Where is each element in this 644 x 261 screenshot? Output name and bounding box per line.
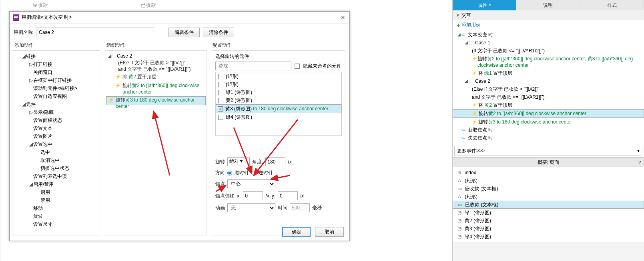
widget-check-item[interactable]: ✓黄3 (饼形图) to 180 deg clockwise anchor ce… [216,104,341,113]
ok-button[interactable]: 确定 [282,227,311,237]
outline-item[interactable]: 🗎index [453,169,644,177]
animate-select[interactable]: 无 [227,203,275,212]
tab-notes[interactable]: 说明 [516,0,580,10]
ccw-radio[interactable] [251,171,256,175]
checkbox[interactable] [218,82,223,87]
outline-item[interactable]: A(矩形) [453,193,644,201]
case-condition: (Else If 文字于 已收款 > "[[b/2]]" [106,60,206,66]
action-row[interactable]: ⚡ 旋转黄3 to 180 deg clockwise anchor cente… [106,96,206,105]
case-editor-dialog: RP 用例编辑<文本改变 时> ✕ 用例名称 编辑条件 清除条件 添加动作 组织… [9,11,350,241]
widget-icon: ▭ [457,186,462,191]
checkbox[interactable]: ✓ [218,106,223,112]
case-name-label: 用例名称 [14,29,33,36]
outline-item[interactable]: A(矩形) [453,177,644,185]
action-tree-item[interactable]: ◢链接 [13,52,99,60]
action-tree-item[interactable]: 设置尺寸 [13,220,99,228]
action-row[interactable]: ⚡ 将 黄2 置于顶层 [106,72,206,81]
cancel-button[interactable]: 取消 [315,227,344,237]
bolt-icon: ⚡ [108,97,114,103]
action-tree-item[interactable]: ▷打开链接 [13,60,99,68]
offset-y-input[interactable] [278,191,298,200]
action-tree-item[interactable]: 设置列表选中项 [13,172,99,180]
rotation-label: 旋转 [215,159,225,165]
cw-radio[interactable] [227,171,232,175]
time-input[interactable] [290,203,310,212]
action-row[interactable]: ⚡将 黄2 置于顶层 [453,101,644,109]
action-tree-item[interactable]: ◢元件 [13,100,99,108]
action-tree-item[interactable]: 设置图片 [13,132,99,140]
fx-icon[interactable]: fx [265,193,269,199]
anchor-select[interactable]: 中心 [227,179,275,188]
action-tree-item[interactable]: 设置文本 [13,124,99,132]
widget-check-item[interactable]: (矩形) [216,80,341,88]
action-tree-item[interactable]: ◢设置选中 [13,140,99,148]
case-name-input[interactable] [36,28,154,37]
configure-action-panel: 选择旋转的元件 隐藏未命名的元件 (矩形)(矩形)绿1 (饼形图)黄2 (饼形图… [212,50,345,235]
action-tree-item[interactable]: 移动 [13,204,99,212]
action-tree-item[interactable]: ◢启用/禁用 [13,180,99,188]
widget-check-item[interactable]: (矩形) [216,72,341,80]
outline-item[interactable]: ▭已收款 (文本框) [453,201,644,209]
clear-condition-button[interactable]: 清除条件 [203,28,234,37]
outline-item[interactable]: ◔黄2 (饼形图) [453,217,644,225]
case-node[interactable]: ◢⬚Case 2 [453,77,644,85]
action-row[interactable]: ⚡旋转黄3 to 180 deg clockwise anchor center [453,118,644,126]
angle-input[interactable] [265,157,285,166]
fx-icon[interactable]: fx [288,159,291,165]
event-node[interactable]: ◢🏷获取焦点 时 [453,126,644,134]
action-tree-item[interactable]: 设置自适应视图 [13,92,99,100]
event-node[interactable]: ◢🏷失去焦点 时 [453,134,644,142]
col-title: 添加动作 [12,40,104,50]
bolt-icon: ⚡ [472,119,477,125]
action-tree-item[interactable]: 旋转 [13,212,99,220]
close-icon[interactable]: ✕ [340,14,346,21]
app-icon: RP [13,14,19,21]
filter-icon[interactable]: ⧩ [638,159,642,165]
outline-item[interactable]: ◔绿4 (饼形图) [453,233,644,241]
action-row[interactable]: ⚡旋转黄2 to [[a/b*360]] deg clockwise ancho… [453,55,644,69]
action-row[interactable]: ⚡将 绿1 置于顶层 [453,69,644,77]
action-tree-item[interactable]: 设置面板状态 [13,116,99,124]
action-row[interactable]: ⚡ 旋转黄2 to [[a/b*360]] deg clockwise anch… [106,81,206,96]
widget-icon: A [457,178,462,183]
widget-check-item[interactable]: 黄2 (饼形图) [216,96,341,104]
event-node[interactable]: ◢🏷文本改变 时 [453,31,644,39]
action-tree-item[interactable]: 选中 [13,148,99,156]
bolt-icon: ⚡ [472,56,477,62]
checkbox[interactable] [218,90,223,95]
bolt-icon: ⚡ [115,82,121,89]
widget-check-item[interactable]: 绿1 (饼形图) [216,88,341,96]
inspector-panel: 属性• 说明 样式 ▼ 交互 + 添加用例 ◢🏷文本改变 时 ◢⬚Case 1 … [452,0,644,261]
case-node[interactable]: ◢ ⬚ Case 2 [106,52,206,60]
action-tree-item[interactable]: 关闭窗口 [13,68,99,76]
rotation-mode-select[interactable]: 绝对 ▾ [227,157,250,166]
action-tree-item[interactable]: 切换选中状态 [13,164,99,172]
more-events-dropdown[interactable]: 更多事件>>>▾ [454,146,642,155]
search-input[interactable] [215,62,291,70]
outline-item[interactable]: ◔黄3 (饼形图) [453,225,644,233]
outline-item[interactable]: ▭应收款 (文本框) [453,185,644,193]
checkbox[interactable] [218,74,223,79]
outline-item[interactable]: ◔绿1 (饼形图) [453,209,644,217]
hide-unnamed-checkbox[interactable] [295,64,300,69]
canvas: 应收款 已收款 RP 用例编辑<文本改变 时> ✕ 用例名称 编辑条件 清除条件… [0,0,452,261]
interactions-header[interactable]: ▼ 交互 [453,10,644,20]
add-case-link[interactable]: 添加用例 [461,22,481,28]
checkbox[interactable] [218,98,223,103]
action-tree-item[interactable]: ▷在框架中打开链接 [13,76,99,84]
case-node[interactable]: ◢⬚Case 1 [453,39,644,47]
action-tree-item[interactable]: 取消选中 [13,156,99,164]
fx-icon[interactable]: fx [300,193,304,199]
action-row[interactable]: ⚡旋转黄2 to [[a/b*360]] deg clockwise ancho… [453,109,644,118]
checkbox[interactable] [218,115,223,120]
offset-x-input[interactable] [243,191,263,200]
tab-properties[interactable]: 属性• [453,0,516,10]
edit-condition-button[interactable]: 编辑条件 [169,28,200,37]
widget-check-item[interactable]: 绿4 (饼形图) [216,113,341,121]
action-tree-item[interactable]: 滚动到元件<锚链接> [13,84,99,92]
action-tree-item[interactable]: 启用 [13,188,99,196]
tab-style[interactable]: 样式 [580,0,644,10]
action-tree-item[interactable]: ▷显示/隐藏 [13,108,99,116]
offset-label: 锚点偏移 [215,193,235,199]
action-tree-item[interactable]: 禁用 [13,196,99,204]
